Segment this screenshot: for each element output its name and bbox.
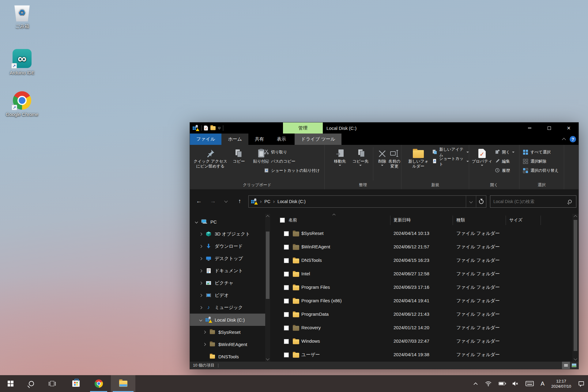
tray-expand-button[interactable]: [470, 375, 481, 392]
taskbar-search-button[interactable]: [21, 375, 42, 392]
nav-item-local-disk-c[interactable]: Local Disk (C:): [190, 314, 265, 326]
chevron-right-icon[interactable]: [202, 343, 207, 345]
column-header-date[interactable]: 更新日時: [394, 217, 411, 223]
help-icon[interactable]: ?: [570, 136, 576, 142]
new-folder-button[interactable]: 新しいフォルダー: [407, 147, 430, 169]
search-input[interactable]: [490, 199, 568, 204]
forward-button[interactable]: →: [210, 197, 216, 206]
thumbnails-view-button[interactable]: [570, 362, 578, 369]
table-row[interactable]: Windows 2024/07/03 22:47 ファイル フォルダー: [270, 335, 572, 348]
chevron-down-icon[interactable]: [198, 319, 203, 321]
row-checkbox[interactable]: [284, 352, 289, 357]
taskbar-explorer-button[interactable]: [111, 375, 135, 392]
tab-file[interactable]: ファイル: [190, 134, 221, 145]
row-checkbox[interactable]: [284, 285, 289, 290]
properties-icon[interactable]: ✓: [204, 126, 208, 130]
nav-item-documents[interactable]: ドキュメント: [190, 265, 265, 277]
row-checkbox[interactable]: [284, 258, 289, 263]
rename-button[interactable]: 名前の変更: [388, 147, 401, 169]
copy-button[interactable]: コピー: [229, 147, 249, 164]
column-divider[interactable]: [541, 216, 541, 225]
task-view-button[interactable]: [42, 375, 62, 392]
maximize-button[interactable]: [539, 123, 559, 134]
scroll-up-icon[interactable]: [574, 215, 577, 218]
ime-mode-indicator[interactable]: A: [537, 375, 548, 392]
tab-home[interactable]: ホーム: [221, 134, 248, 145]
wifi-button[interactable]: [481, 375, 495, 392]
cut-button[interactable]: 切り取り: [264, 149, 287, 156]
battery-button[interactable]: [495, 375, 508, 392]
row-checkbox[interactable]: [284, 339, 289, 344]
nav-item-dnstools[interactable]: DNSTools: [190, 350, 265, 362]
copy-to-button[interactable]: コピー先: [350, 147, 371, 166]
nav-item-videos[interactable]: ビデオ: [190, 289, 265, 301]
minimize-button[interactable]: [520, 123, 539, 134]
chevron-right-icon[interactable]: [198, 294, 203, 296]
pin-to-quick-access-button[interactable]: クイック アクセスにピン留めする: [193, 147, 228, 169]
copy-path-button[interactable]: パスのコピー: [264, 158, 296, 165]
nav-item-sysreset[interactable]: $SysReset: [190, 326, 265, 338]
table-row[interactable]: Program Files 2024/06/23 17:16 ファイル フォルダ…: [270, 281, 572, 294]
scroll-up-icon[interactable]: [266, 215, 269, 218]
row-checkbox[interactable]: [284, 299, 289, 303]
column-header-type[interactable]: 種類: [456, 217, 465, 223]
new-folder-icon[interactable]: [210, 126, 216, 130]
desktop-icon-arduino-ide[interactable]: ∞ ↗ Arduino IDE: [3, 49, 41, 75]
tab-drive-tools[interactable]: ドライブ ツール: [295, 134, 341, 145]
table-row[interactable]: Program Files (x86) 2024/04/14 19:41 ファイ…: [270, 294, 572, 308]
start-button[interactable]: [0, 375, 21, 392]
touch-keyboard-button[interactable]: [522, 375, 537, 392]
scrollbar-thumb[interactable]: [266, 232, 270, 299]
row-checkbox[interactable]: [284, 312, 289, 317]
history-button[interactable]: 履歴: [495, 167, 510, 174]
address-bar[interactable]: › PC › Local Disk (C:): [248, 195, 486, 208]
move-to-button[interactable]: 移動先: [330, 147, 350, 166]
nav-item-downloads[interactable]: ダウンロード: [190, 240, 265, 252]
nav-item-desktop[interactable]: デスクトップ: [190, 252, 265, 265]
chevron-right-icon[interactable]: [198, 282, 203, 284]
table-row[interactable]: DNSTools 2024/04/15 16:23 ファイル フォルダー: [270, 254, 572, 267]
recent-locations-icon[interactable]: [224, 199, 228, 202]
nav-scrollbar[interactable]: [265, 214, 270, 362]
nav-item-music[interactable]: ♪ ミュージック: [190, 301, 265, 314]
refresh-button[interactable]: [476, 196, 486, 207]
taskbar-chrome-button[interactable]: [88, 375, 109, 392]
title-bar[interactable]: ✓ 管理 Local Disk (C:) ×: [190, 123, 579, 134]
breadcrumb-drive[interactable]: Local Disk (C:): [277, 199, 306, 204]
chevron-right-icon[interactable]: [198, 270, 203, 272]
properties-button[interactable]: ✓ プロパティ: [472, 147, 492, 166]
scroll-down-icon[interactable]: [266, 357, 269, 360]
desktop-icon-google-chrome[interactable]: ↗ Google Chrome: [3, 91, 41, 117]
scroll-down-icon[interactable]: [574, 357, 577, 360]
column-divider[interactable]: [453, 216, 453, 225]
row-checkbox[interactable]: [284, 326, 289, 330]
chevron-down-icon[interactable]: [194, 221, 199, 223]
table-row[interactable]: $WinREAgent 2024/06/12 21:57 ファイル フォルダー: [270, 240, 572, 254]
details-view-button[interactable]: [562, 362, 570, 369]
select-all-checkbox[interactable]: [280, 218, 285, 223]
nav-item-winreagent[interactable]: $WinREAgent: [190, 338, 265, 350]
paste-shortcut-button[interactable]: ショートカットの貼り付け: [264, 167, 320, 174]
clock[interactable]: 12:17 2024/07/10: [548, 375, 575, 392]
close-button[interactable]: ×: [559, 123, 579, 134]
invert-selection-button[interactable]: 選択の切り替え: [523, 167, 559, 174]
chevron-right-icon[interactable]: [198, 258, 203, 260]
column-header-name[interactable]: 名前: [288, 217, 297, 223]
table-row[interactable]: ProgramData 2024/06/12 21:43 ファイル フォルダー: [270, 308, 572, 321]
chevron-right-icon[interactable]: [198, 307, 203, 309]
customize-quick-access-icon[interactable]: [218, 127, 221, 129]
nav-item-pictures[interactable]: ピクチャ: [190, 277, 265, 289]
chevron-right-icon[interactable]: [198, 233, 203, 235]
column-divider[interactable]: [506, 216, 506, 225]
edit-button[interactable]: 編集: [495, 158, 510, 165]
column-header-size[interactable]: サイズ: [509, 217, 522, 223]
action-center-button[interactable]: [575, 375, 588, 392]
search-box[interactable]: [490, 195, 576, 208]
select-none-button[interactable]: 選択解除: [523, 158, 546, 165]
up-button[interactable]: ↑: [238, 197, 241, 206]
shortcut-button[interactable]: ショートカット: [432, 158, 469, 165]
taskbar-store-button[interactable]: [66, 375, 86, 392]
row-checkbox[interactable]: [284, 272, 289, 277]
open-button[interactable]: 開く: [495, 149, 514, 156]
desktop-icon-recycle-bin[interactable]: ♻ ごみ箱: [3, 4, 41, 29]
